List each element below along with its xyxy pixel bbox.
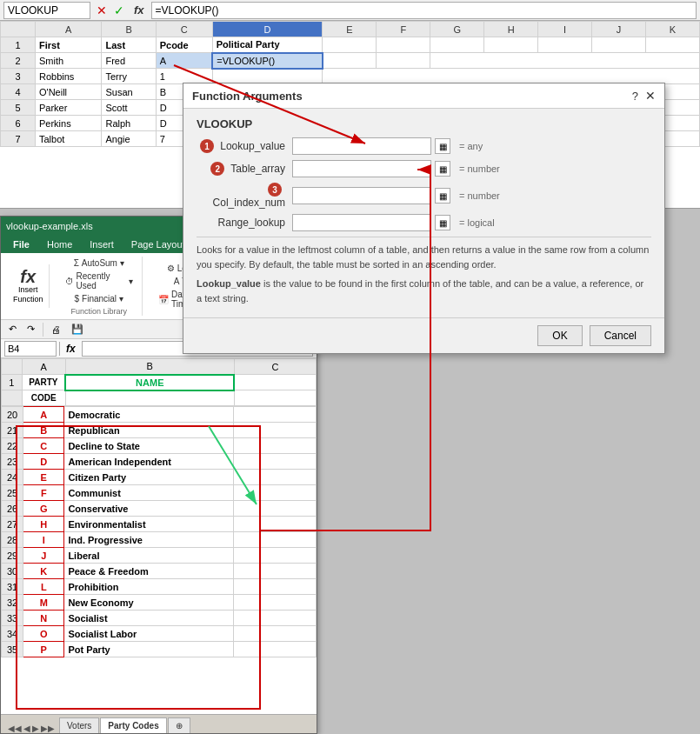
party-name-cell[interactable]: Conservative [64, 501, 234, 517]
confirm-formula-button[interactable]: ✓ [111, 3, 127, 17]
cell-j1[interactable] [592, 37, 646, 53]
excel-name-box[interactable] [4, 341, 57, 357]
party-code-header[interactable]: PARTY [22, 375, 65, 390]
col-j-header[interactable]: J [592, 22, 646, 37]
party-code-cell[interactable]: B [23, 423, 64, 438]
party-code-cell[interactable]: L [23, 579, 64, 595]
arg-input-3[interactable] [292, 187, 431, 204]
cell-c2[interactable]: A [156, 53, 212, 69]
party-code-cell[interactable]: A [23, 407, 64, 423]
col-h-header[interactable]: H [484, 22, 538, 37]
arg-collapse-3[interactable]: ▦ [435, 188, 450, 204]
print-button[interactable]: 🖨 [47, 323, 65, 337]
col-a-header-b[interactable]: A [22, 359, 65, 375]
col-f-header[interactable]: F [377, 22, 430, 37]
party-code-cell[interactable]: G [23, 501, 64, 517]
col-c-header-b[interactable]: C [234, 359, 316, 375]
col-b-header[interactable]: B [102, 22, 156, 37]
tab-home[interactable]: Home [38, 236, 81, 253]
financial-button[interactable]: $ Financial ▾ [71, 292, 128, 305]
cell-d1[interactable]: Political Party [212, 37, 323, 53]
tab-file[interactable]: File [4, 236, 38, 253]
cell-i1[interactable] [538, 37, 592, 53]
arg-input-1[interactable] [292, 137, 431, 155]
party-code-cell[interactable]: E [23, 470, 64, 485]
cell-e2[interactable] [323, 53, 377, 69]
arg-input-2[interactable] [292, 160, 431, 177]
cell-b3[interactable]: Terry [102, 69, 156, 84]
cell-h1[interactable] [484, 37, 538, 53]
arg-input-4[interactable] [292, 214, 431, 231]
party-name-cell[interactable]: Liberal [64, 548, 234, 564]
arg-collapse-2[interactable]: ▦ [435, 161, 450, 177]
insert-function-label[interactable]: InsertFunction [13, 285, 43, 304]
cell-a2[interactable]: Smith [36, 53, 102, 69]
party-code-cell[interactable]: J [23, 548, 64, 564]
cancel-button[interactable]: Cancel [590, 325, 651, 346]
party-name-cell[interactable]: Communist [64, 485, 234, 501]
cell-g1[interactable] [430, 37, 484, 53]
party-name-cell[interactable]: New Economy [64, 595, 234, 611]
cell-f1[interactable] [377, 37, 430, 53]
party-code-cell[interactable]: H [23, 517, 64, 532]
cell-e1[interactable] [323, 37, 377, 53]
sheet-tab-party-codes[interactable]: Party Codes [100, 717, 166, 733]
tab-next-icon[interactable]: ▶ [32, 724, 39, 733]
col-c-header[interactable]: C [156, 22, 212, 37]
party-name-cell[interactable]: Decline to State [64, 438, 234, 454]
cell-k1[interactable] [645, 37, 699, 53]
party-code-cell[interactable]: D [23, 454, 64, 470]
party-name-cell[interactable]: Socialist [64, 611, 234, 626]
cell-b7[interactable]: Angie [102, 131, 156, 147]
cell-c1[interactable]: Pcode [156, 37, 212, 53]
party-code-cell[interactable]: F [23, 485, 64, 501]
code-label[interactable]: CODE [22, 390, 65, 406]
cancel-formula-button[interactable]: ✕ [94, 3, 110, 17]
cell-d2[interactable]: =VLOOKUP() [212, 53, 323, 69]
redo-button[interactable]: ↷ [23, 322, 39, 337]
tab-first-icon[interactable]: ◀◀ [8, 724, 22, 733]
col-b-header-b[interactable]: B [65, 359, 234, 375]
cell-a1[interactable]: First [36, 37, 102, 53]
cell-b5[interactable]: Scott [102, 100, 156, 116]
col-g-header[interactable]: G [430, 22, 484, 37]
party-name-cell[interactable]: Citizen Party [64, 470, 234, 485]
party-code-cell[interactable]: M [23, 595, 64, 611]
party-name-cell[interactable]: Socialist Labor [64, 626, 234, 642]
party-code-cell[interactable]: N [23, 611, 64, 626]
party-name-cell[interactable]: Prohibition [64, 579, 234, 595]
cell-b1[interactable]: Last [102, 37, 156, 53]
ok-button[interactable]: OK [537, 325, 582, 346]
party-name-cell[interactable]: Pot Party [64, 642, 234, 657]
cell-f2[interactable] [377, 53, 430, 69]
help-icon[interactable]: ? [632, 90, 638, 103]
name-header[interactable]: NAME [65, 375, 234, 390]
formula-input[interactable] [151, 2, 697, 19]
sheet-tab-voters[interactable]: Voters [59, 717, 99, 733]
cell-c3[interactable]: 1 [156, 69, 212, 84]
col-e-header[interactable]: E [323, 22, 377, 37]
tab-last-icon[interactable]: ▶▶ [41, 724, 55, 733]
name-box[interactable] [3, 2, 90, 19]
cell-b4[interactable]: Susan [102, 84, 156, 100]
party-name-cell[interactable]: Ind. Progressive [64, 532, 234, 548]
cell-a5[interactable]: Parker [36, 100, 102, 116]
undo-button[interactable]: ↶ [4, 322, 21, 337]
party-name-cell[interactable]: American Independent [64, 454, 234, 470]
recently-used-button[interactable]: ⏱ Recently Used ▾ [62, 270, 137, 292]
tab-prev-icon[interactable]: ◀ [23, 724, 30, 733]
party-name-cell[interactable]: Republican [64, 423, 234, 438]
col-i-header[interactable]: I [538, 22, 592, 37]
party-code-cell[interactable]: O [23, 626, 64, 642]
arg-collapse-1[interactable]: ▦ [435, 138, 450, 154]
party-code-cell[interactable]: C [23, 438, 64, 454]
sheet-tab-new[interactable]: ⊕ [168, 717, 190, 733]
cell-a7[interactable]: Talbot [36, 131, 102, 147]
party-name-cell[interactable]: Environmentalist [64, 517, 234, 532]
cell-d3[interactable] [212, 69, 323, 84]
cell-b2[interactable]: Fred [102, 53, 156, 69]
save-button[interactable]: 💾 [67, 322, 88, 337]
col-d-header[interactable]: D [212, 22, 323, 37]
col-k-header[interactable]: K [645, 22, 699, 37]
cell-a4[interactable]: O'Neill [36, 84, 102, 100]
